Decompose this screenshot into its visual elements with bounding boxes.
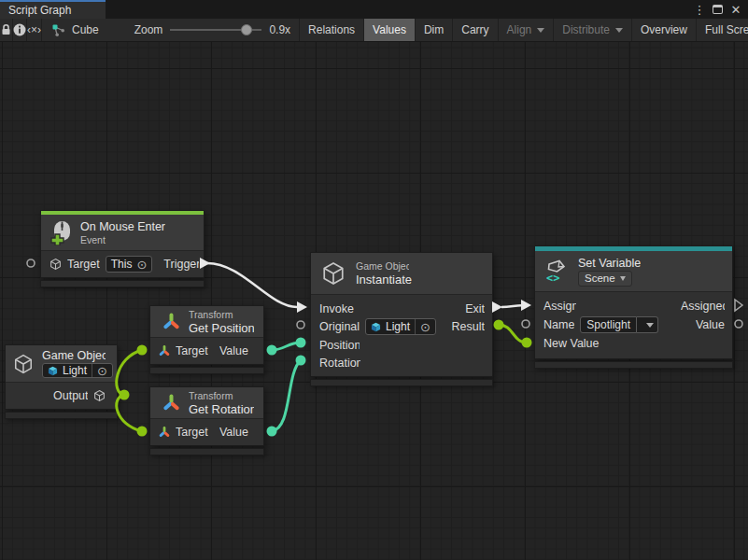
relations-label: Relations — [308, 23, 355, 36]
light-object-label: Light — [63, 364, 87, 377]
assigned-port-label: Assigned — [681, 300, 725, 313]
variable-name-value: Spotlight — [580, 316, 637, 333]
code-icon: ‹×› — [27, 23, 41, 36]
node-footer — [310, 379, 493, 386]
carry-button[interactable]: Carry — [453, 19, 498, 41]
info-button[interactable] — [13, 19, 27, 41]
new-value-port-label: New Value — [543, 337, 600, 350]
target-value-chip[interactable]: This ⊙ — [106, 256, 153, 273]
title-bar: Script Graph ⋮ ✕ — [0, 0, 748, 19]
value-port-label: Value — [219, 426, 248, 439]
target-port-label: Target — [176, 426, 208, 439]
rotation-port-label: Rotation — [319, 357, 360, 370]
node-title: Get Rotation — [189, 402, 254, 416]
node-instantiate[interactable]: Game Object Instantiate Invoke Exit Orig… — [310, 252, 493, 386]
node-get-rotation[interactable]: Transform Get Rotation Target Value — [149, 386, 264, 455]
invoke-port-label: Invoke — [319, 302, 354, 315]
graph-breadcrumb[interactable]: Cube — [42, 19, 108, 41]
variable-scope-dropdown[interactable]: Scene — [578, 271, 632, 287]
node-get-position[interactable]: Transform Get Position Target Value — [149, 305, 264, 374]
node-title: Instantiate — [356, 273, 412, 287]
result-port-label: Result — [452, 320, 485, 333]
target-port-label: Target — [67, 258, 100, 271]
carry-label: Carry — [461, 23, 488, 36]
node-set-variable[interactable]: <> Set Variable Scene Assign Assigned — [534, 245, 733, 369]
zoom-control: Zoom 0.9x — [108, 19, 300, 41]
values-label: Values — [373, 23, 406, 36]
light-object-chip[interactable]: Light ⊙ — [42, 363, 113, 378]
fullscreen-label: Full Screen — [705, 23, 748, 36]
maximize-icon[interactable] — [713, 5, 723, 14]
code-view-button[interactable]: ‹×› — [27, 19, 42, 41]
node-subtitle: Event — [80, 234, 165, 245]
align-label: Align — [507, 23, 532, 36]
graph-icon — [51, 23, 65, 37]
menu-icon[interactable]: ⋮ — [693, 4, 706, 16]
object-picker-icon[interactable]: ⊙ — [136, 259, 147, 271]
cube-icon — [321, 260, 346, 287]
mouse-enter-icon — [49, 219, 72, 245]
node-title: Get Position — [189, 321, 254, 335]
node-title: Game Object — [42, 349, 106, 362]
window-controls: ⋮ ✕ — [693, 0, 748, 19]
chevron-down-icon — [637, 316, 658, 333]
object-picker-icon[interactable]: ⊙ — [415, 319, 430, 334]
node-footer — [534, 361, 733, 369]
original-port-label: Original — [319, 320, 360, 333]
trigger-port-label: Trigger — [163, 258, 199, 271]
name-port-label: Name — [543, 318, 574, 331]
info-icon — [13, 23, 26, 36]
value-port-label: Value — [696, 318, 725, 331]
cube-icon — [93, 389, 106, 402]
cube-icon — [49, 258, 62, 271]
align-button[interactable]: Align — [499, 19, 555, 41]
node-footer — [5, 412, 118, 419]
original-value-chip[interactable]: Light ⊙ — [365, 318, 436, 335]
output-port-label: Output — [53, 389, 88, 402]
node-title: Set Variable — [578, 257, 641, 270]
set-variable-icon: <> — [544, 259, 569, 285]
close-icon[interactable]: ✕ — [729, 4, 742, 16]
node-footer — [40, 280, 205, 287]
assign-port-label: Assign — [543, 300, 576, 313]
fullscreen-button[interactable]: Full Screen — [697, 19, 748, 41]
overview-label: Overview — [641, 23, 687, 36]
lock-icon — [0, 23, 12, 36]
game-object-icon — [371, 322, 381, 332]
node-footer — [149, 448, 264, 455]
chevron-down-icon — [615, 28, 623, 33]
dim-label: Dim — [424, 23, 444, 36]
lock-button[interactable] — [0, 19, 13, 41]
game-object-icon — [48, 366, 58, 376]
position-port-label: Position — [319, 339, 360, 352]
chevron-down-icon — [620, 276, 626, 281]
zoom-value: 0.9x — [269, 23, 295, 36]
distribute-label: Distribute — [562, 23, 610, 36]
target-value: This — [111, 258, 133, 271]
chevron-down-icon — [537, 28, 544, 33]
relations-button[interactable]: Relations — [300, 19, 364, 41]
zoom-slider[interactable] — [170, 29, 261, 31]
zoom-label: Zoom — [134, 23, 163, 36]
node-category: Transform — [189, 309, 254, 320]
node-category: Transform — [189, 390, 254, 401]
tab-label: Script Graph — [8, 4, 71, 17]
node-game-object-light[interactable]: Game Object Light ⊙ Output — [5, 344, 118, 419]
values-button[interactable]: Values — [364, 19, 416, 41]
dim-button[interactable]: Dim — [416, 19, 453, 41]
variable-name-dropdown[interactable]: Spotlight — [580, 316, 658, 333]
script-graph-window: Script Graph ⋮ ✕ ‹×› Cube — [0, 0, 748, 560]
object-picker-icon[interactable]: ⊙ — [92, 364, 107, 377]
zoom-slider-handle[interactable] — [241, 24, 252, 35]
tab-script-graph[interactable]: Script Graph — [0, 0, 106, 19]
original-value: Light — [386, 320, 410, 333]
node-on-mouse-enter[interactable]: On Mouse Enter Event Target This ⊙ Trigg… — [40, 210, 205, 287]
transform-icon — [162, 394, 180, 412]
svg-text:<>: <> — [546, 272, 559, 285]
value-port-label: Value — [219, 344, 248, 357]
variable-scope-value: Scene — [585, 273, 615, 284]
node-footer — [149, 367, 264, 374]
transform-icon — [162, 313, 180, 330]
overview-button[interactable]: Overview — [632, 19, 697, 41]
distribute-button[interactable]: Distribute — [554, 19, 632, 41]
